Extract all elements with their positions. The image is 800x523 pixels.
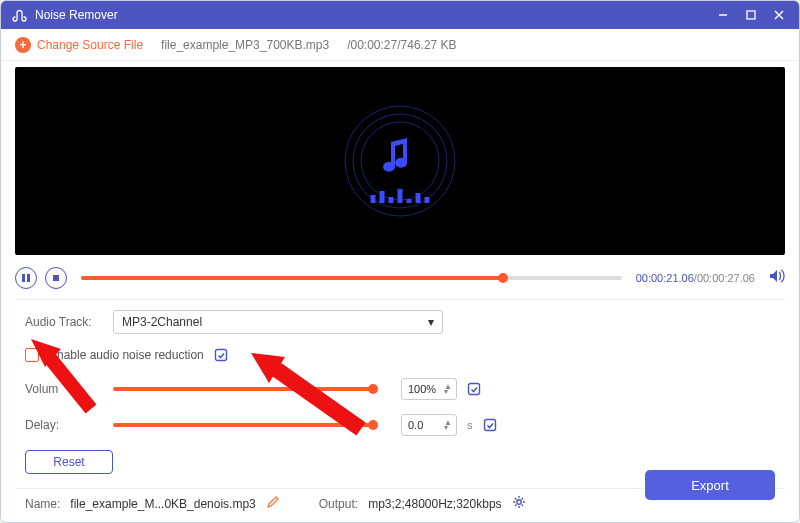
volume-label: Volum (25, 382, 103, 396)
audio-preview (15, 67, 785, 255)
svg-rect-10 (215, 350, 226, 361)
app-window: Noise Remover + Change Source File file_… (0, 0, 800, 523)
change-source-label: Change Source File (37, 38, 143, 52)
svg-rect-9 (53, 275, 59, 281)
volume-value-input[interactable]: 100% ▲▾ (401, 378, 457, 400)
source-filename: file_example_MP3_700KB.mp3 (161, 38, 329, 52)
output-format-value: mp3;2;48000Hz;320kbps (368, 497, 501, 511)
noise-reduction-settings-icon[interactable] (214, 348, 228, 362)
play-pause-button[interactable] (15, 267, 37, 289)
audio-track-value: MP3-2Channel (122, 315, 202, 329)
svg-rect-12 (484, 420, 495, 431)
output-settings-icon[interactable] (512, 495, 526, 512)
chevron-down-icon: ▾ (428, 315, 434, 329)
titlebar: Noise Remover (1, 1, 799, 29)
enable-noise-reduction-checkbox[interactable] (25, 348, 39, 362)
current-time: 00:00:21.06 (636, 272, 694, 284)
delay-value: 0.0 (408, 419, 423, 431)
delay-value-input[interactable]: 0.0 ▲▾ (401, 414, 457, 436)
source-meta: /00:00:27/746.27 KB (347, 38, 456, 52)
rename-icon[interactable] (266, 496, 279, 512)
output-name-value: file_example_M...0KB_denois.mp3 (70, 497, 255, 511)
volume-apply-icon[interactable] (467, 382, 481, 396)
total-time: 00:00:27.06 (697, 272, 755, 284)
app-icon (11, 7, 27, 23)
output-label: Output: (319, 497, 358, 511)
change-source-button[interactable]: + Change Source File (15, 37, 143, 53)
plus-icon: + (15, 37, 31, 53)
svg-rect-1 (747, 11, 755, 19)
volume-value: 100% (408, 383, 436, 395)
settings-panel: Audio Track: MP3-2Channel ▾ Enable audio… (1, 300, 799, 488)
music-note-icon (383, 134, 417, 178)
maximize-button[interactable] (737, 1, 765, 29)
stop-button[interactable] (45, 267, 67, 289)
volume-slider[interactable] (113, 387, 373, 391)
transport-bar: 00:00:21.06/00:00:27.06 (1, 261, 799, 299)
minimize-button[interactable] (709, 1, 737, 29)
toolbar: + Change Source File file_example_MP3_70… (1, 29, 799, 61)
svg-rect-11 (469, 384, 480, 395)
seek-slider[interactable] (81, 276, 622, 280)
enable-noise-reduction-label: Enable audio noise reduction (49, 348, 204, 362)
delay-apply-icon[interactable] (483, 418, 497, 432)
music-badge (340, 101, 460, 221)
volume-icon[interactable] (769, 269, 785, 287)
name-label: Name: (25, 497, 60, 511)
svg-rect-7 (22, 274, 25, 282)
equalizer-icon (371, 189, 430, 203)
audio-track-label: Audio Track: (25, 315, 103, 329)
close-button[interactable] (765, 1, 793, 29)
audio-track-select[interactable]: MP3-2Channel ▾ (113, 310, 443, 334)
reset-button[interactable]: Reset (25, 450, 113, 474)
svg-point-13 (516, 500, 520, 504)
delay-label: Delay: (25, 418, 103, 432)
delay-unit: s (467, 419, 473, 431)
export-button[interactable]: Export (645, 470, 775, 500)
svg-rect-8 (27, 274, 30, 282)
app-title: Noise Remover (35, 8, 118, 22)
time-display: 00:00:21.06/00:00:27.06 (636, 272, 755, 284)
delay-slider[interactable] (113, 423, 373, 427)
